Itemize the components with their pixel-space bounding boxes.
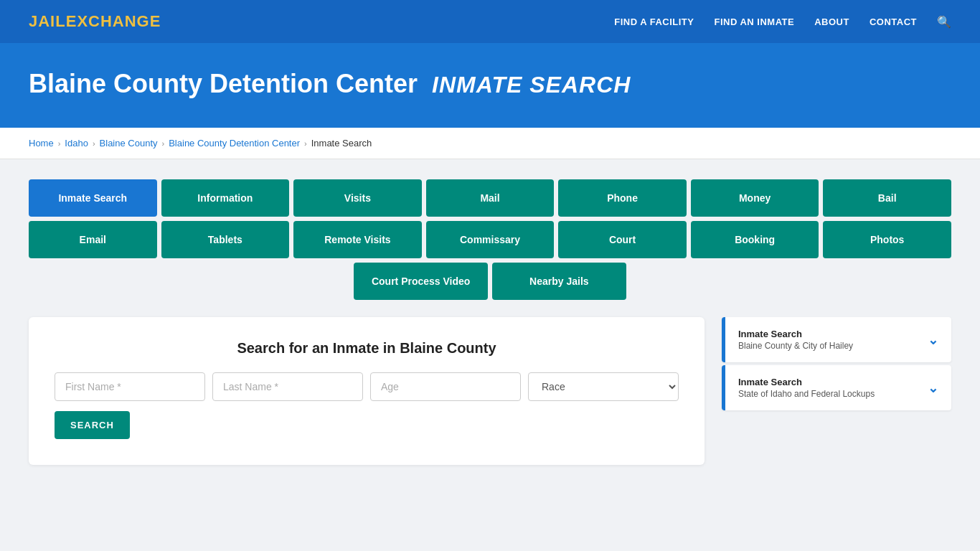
breadcrumb-blaine-county[interactable]: Blaine County (100, 138, 158, 149)
hero-subtitle: INMATE SEARCH (432, 72, 631, 98)
breadcrumb-idaho[interactable]: Idaho (65, 138, 88, 149)
site-header: JAILEXCHANGE FIND A FACILITY FIND AN INM… (0, 0, 980, 43)
chevron-icon: › (304, 139, 307, 148)
tab-nearby-jails[interactable]: Nearby Jails (492, 263, 626, 300)
hero-title: Blaine County Detention Center INMATE SE… (29, 69, 951, 99)
main-content: Inmate Search Information Visits Mail Ph… (0, 159, 980, 485)
age-input[interactable] (370, 372, 521, 401)
tab-tablets[interactable]: Tablets (161, 221, 290, 258)
tab-booking[interactable]: Booking (691, 221, 819, 258)
search-button[interactable]: SEARCH (55, 411, 130, 439)
hero-section: Blaine County Detention Center INMATE SE… (0, 43, 980, 128)
sidebar-card-text: Inmate Search Blaine County & City of Ha… (738, 329, 853, 351)
search-icon[interactable]: 🔍 (937, 15, 951, 29)
sidebar-card-subtitle-blaine: Blaine County & City of Hailey (738, 341, 853, 351)
last-name-input[interactable] (212, 372, 363, 401)
tab-remote-visits[interactable]: Remote Visits (293, 221, 422, 258)
sidebar-card-text: Inmate Search State of Idaho and Federal… (738, 377, 875, 399)
sidebar-card-title-blaine: Inmate Search (738, 329, 853, 339)
tabs-row3: Court Process Video Nearby Jails (29, 263, 951, 300)
tab-mail[interactable]: Mail (426, 179, 555, 217)
chevron-down-icon: ⌄ (928, 332, 938, 348)
hero-facility-name: Blaine County Detention Center (29, 69, 418, 98)
breadcrumb: Home › Idaho › Blaine County › Blaine Co… (0, 128, 980, 159)
nav-find-facility[interactable]: FIND A FACILITY (614, 17, 694, 27)
logo-part2: XCHANGE (77, 12, 161, 30)
bottom-section: Search for an Inmate in Blaine County Ra… (29, 317, 951, 465)
chevron-icon: › (93, 139, 95, 148)
sidebar-card-subtitle-idaho: State of Idaho and Federal Lockups (738, 389, 875, 399)
breadcrumb-facility[interactable]: Blaine County Detention Center (169, 138, 300, 149)
tab-information[interactable]: Information (161, 179, 290, 217)
chevron-icon: › (162, 139, 165, 148)
breadcrumb-home[interactable]: Home (29, 138, 54, 149)
tabs-row1: Inmate Search Information Visits Mail Ph… (29, 179, 951, 217)
nav-find-inmate[interactable]: FIND AN INMATE (714, 17, 794, 27)
nav-about[interactable]: ABOUT (814, 17, 849, 27)
chevron-down-icon: ⌄ (928, 380, 938, 396)
site-logo[interactable]: JAILEXCHANGE (29, 12, 161, 31)
search-form-row1: Race White Black Hispanic Asian Other (55, 372, 679, 401)
sidebar-card-idaho-federal: Inmate Search State of Idaho and Federal… (722, 365, 951, 410)
tab-court-process-video[interactable]: Court Process Video (354, 263, 488, 300)
tab-bail[interactable]: Bail (823, 179, 951, 217)
sidebar-card-title-idaho: Inmate Search (738, 377, 875, 387)
tab-visits[interactable]: Visits (293, 179, 422, 217)
tab-court[interactable]: Court (558, 221, 687, 258)
sidebar: Inmate Search Blaine County & City of Ha… (722, 317, 951, 413)
search-form-title: Search for an Inmate in Blaine County (55, 340, 679, 357)
tabs-row2: Email Tablets Remote Visits Commissary C… (29, 221, 951, 258)
sidebar-card-header-blaine[interactable]: Inmate Search Blaine County & City of Ha… (722, 317, 951, 362)
nav-contact[interactable]: CONTACT (870, 17, 917, 27)
logo-part1: JAIL (29, 12, 66, 30)
sidebar-card-header-idaho[interactable]: Inmate Search State of Idaho and Federal… (722, 365, 951, 410)
tab-commissary[interactable]: Commissary (426, 221, 555, 258)
sidebar-card-blaine-county: Inmate Search Blaine County & City of Ha… (722, 317, 951, 362)
tab-phone[interactable]: Phone (558, 179, 687, 217)
tab-money[interactable]: Money (691, 179, 819, 217)
first-name-input[interactable] (55, 372, 205, 401)
tab-inmate-search[interactable]: Inmate Search (29, 179, 157, 217)
tab-email[interactable]: Email (29, 221, 157, 258)
chevron-icon: › (58, 139, 61, 148)
tab-photos[interactable]: Photos (823, 221, 951, 258)
inmate-search-form: Search for an Inmate in Blaine County Ra… (29, 317, 705, 465)
main-nav: FIND A FACILITY FIND AN INMATE ABOUT CON… (614, 15, 951, 29)
race-select[interactable]: Race White Black Hispanic Asian Other (528, 372, 679, 401)
logo-x: E (66, 12, 77, 30)
breadcrumb-current: Inmate Search (311, 138, 372, 149)
